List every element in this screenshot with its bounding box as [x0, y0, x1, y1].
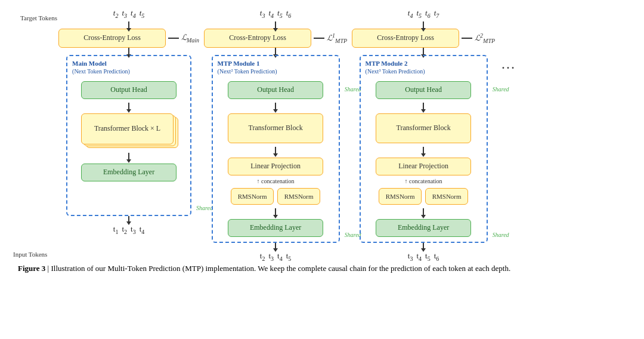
arrow1-mtp1 — [275, 103, 276, 110]
mtp2-target-tokens: t4 t5 t6 t7 — [408, 8, 439, 19]
main-model-module: t2 t3 t4 t5 Cross-Entropy Loss ℒMain — [58, 8, 199, 235]
arrow-loss-to-output-mtp2 — [423, 48, 424, 55]
mtp2-embedding: Embedding Layer — [376, 219, 471, 237]
arrow-to-loss-mtp2 — [423, 21, 424, 29]
mtp1-transformer: Transformer Block — [228, 113, 323, 143]
mtp2-loss-block: Cross-Entropy Loss — [352, 29, 459, 48]
arrow1-main — [128, 103, 129, 110]
mtp1-loss-label: ℒ1MTP — [327, 32, 347, 44]
arrow-to-loss-mtp1 — [275, 21, 276, 29]
mtp1-linear: Linear Projection — [228, 158, 323, 175]
ellipsis: … — [497, 8, 515, 72]
mtp1-output-head: Output Head — [228, 81, 323, 99]
arrow-to-loss-main — [128, 21, 129, 29]
arrow-to-input-mtp1 — [275, 243, 276, 249]
mtp2-rmsnorm2: RMSNorm — [425, 188, 468, 205]
mtp2-transformer: Transformer Block — [376, 113, 471, 143]
arrow-loss-to-output-main — [128, 48, 129, 55]
diagram-area: Target Tokens t2 t3 t4 t5 Cross-Entropy … — [12, 8, 632, 261]
main-output-head: Output Head — [81, 81, 177, 99]
mtp2-module: t4 t5 t6 t7 Cross-Entropy Loss ℒ2MTP — [352, 8, 495, 261]
main-loss-block: Cross-Entropy Loss — [58, 29, 166, 48]
mtp1-box: MTP Module 1 (Next² Token Prediction) Sh… — [212, 55, 340, 243]
mtp2-shared-top: Shared — [493, 86, 509, 93]
main-model-title: Main Model (Next Token Prediction) — [72, 60, 130, 75]
mtp1-input-tokens: t2 t3 t4 t5 — [260, 251, 292, 262]
arrow1-mtp2 — [423, 103, 424, 110]
mtp1-rmsnorm2: RMSNorm — [277, 188, 320, 205]
arrow-to-input-main — [128, 216, 129, 222]
mtp1-rmsnorm-row: RMSNorm RMSNorm — [231, 188, 320, 205]
caption-text: | Illustration of our Multi-Token Predic… — [48, 264, 511, 273]
mtp1-concat-label: ↑ concatenation — [257, 178, 295, 184]
arrow3-mtp1 — [275, 208, 276, 215]
mtp2-input-tokens: t3 t4 t5 t6 — [408, 251, 439, 262]
main-loss-label: ℒMain — [181, 33, 199, 44]
mtp1-title: MTP Module 1 (Next² Token Prediction) — [218, 60, 277, 75]
main-target-tokens: t2 t3 t4 t5 — [113, 8, 145, 19]
mtp2-shared-bottom: Shared — [493, 232, 509, 238]
mtp2-title: MTP Module 2 (Next³ Token Prediction) — [366, 60, 425, 75]
arrow-loss-to-output-mtp1 — [275, 48, 276, 55]
arrow3-mtp2 — [423, 208, 424, 215]
arrow2-main — [128, 153, 129, 160]
mtp2-concat-label: ↑ concatenation — [405, 178, 442, 184]
mtp1-loss-block: Cross-Entropy Loss — [204, 29, 311, 48]
mtp1-rmsnorm1: RMSNorm — [231, 188, 274, 205]
main-model-box: Main Model (Next Token Prediction) Outpu… — [66, 55, 191, 216]
mtp1-target-tokens: t3 t4 t5 t6 — [260, 8, 292, 19]
mtp2-loss-label: ℒ2MTP — [475, 32, 495, 44]
mtp1-module: t3 t4 t5 t6 Cross-Entropy Loss ℒ1MTP — [204, 8, 347, 261]
input-tokens-label: Input Tokens — [13, 251, 47, 258]
mtp2-rmsnorm1: RMSNorm — [379, 188, 422, 205]
main-transformer-block: Transformer Block × L — [81, 113, 174, 144]
target-tokens-label: Target Tokens — [20, 14, 57, 21]
main-input-tokens: t1 t2 t3 t4 — [113, 224, 145, 235]
figure-caption: Figure 3 | Illustration of our Multi-Tok… — [12, 263, 632, 275]
mtp2-output-head: Output Head — [376, 81, 471, 99]
arrow2-mtp1 — [275, 147, 276, 154]
mtp1-embedding: Embedding Layer — [228, 219, 323, 237]
mtp2-rmsnorm-row: RMSNorm RMSNorm — [379, 188, 468, 205]
figure-number: Figure 3 — [18, 264, 45, 273]
mtp2-linear: Linear Projection — [376, 158, 471, 175]
main-transformer-stack: Transformer Block × L — [81, 113, 177, 149]
main-embedding: Embedding Layer — [81, 164, 177, 181]
mtp2-box: MTP Module 2 (Next³ Token Prediction) Sh… — [360, 55, 488, 243]
arrow2-mtp2 — [423, 147, 424, 154]
arrow-to-input-mtp2 — [423, 243, 424, 249]
